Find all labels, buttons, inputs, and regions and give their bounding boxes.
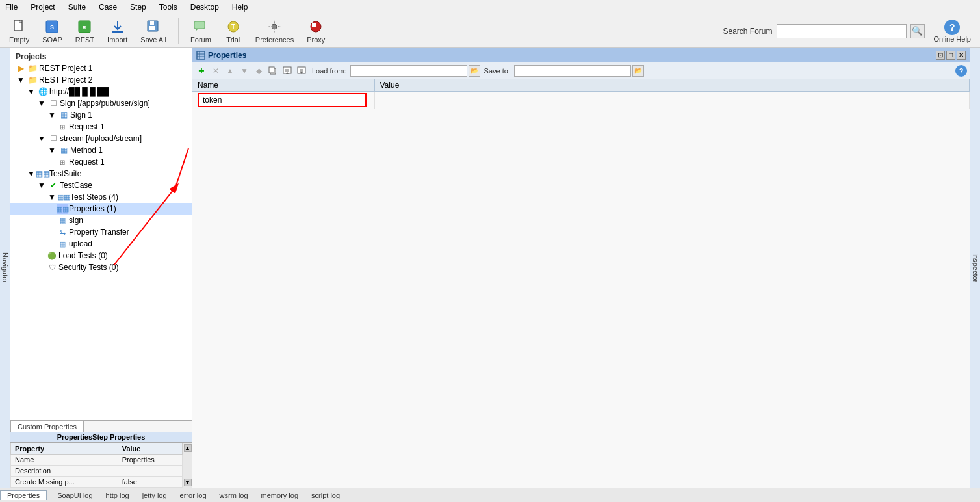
sign-step-icon: ▦: [57, 215, 68, 226]
menu-tools[interactable]: Tools: [157, 1, 180, 13]
custom-props-title: PropertiesStep Properties: [10, 432, 192, 443]
upload-icon: ▦: [57, 239, 68, 249]
search-forum-button[interactable]: 🔍: [910, 24, 925, 38]
props-row-desc: Description: [11, 466, 183, 477]
proxy-icon: [308, 19, 324, 34]
import-button[interactable]: [295, 64, 308, 77]
empty-button[interactable]: Empty: [5, 16, 33, 46]
log-tab-wsrm[interactable]: wsrm log: [217, 490, 251, 501]
tree-item-rest2[interactable]: ▼ 📁 REST Project 2: [10, 74, 192, 86]
interface-icon: 🌐: [38, 86, 48, 97]
trial-button[interactable]: T Trial: [220, 16, 246, 46]
tree-label-testcase: TestCase: [60, 181, 92, 190]
tree-item-property-transfer[interactable]: ⇆ Property Transfer: [10, 226, 192, 238]
menu-desktop[interactable]: Desktop: [188, 1, 222, 13]
window-restore-btn[interactable]: ⊡: [936, 51, 945, 60]
import-button[interactable]: Import: [103, 16, 131, 46]
log-tab-memory[interactable]: memory log: [259, 490, 301, 501]
save-to-browse[interactable]: 📂: [632, 65, 644, 77]
search-forum-area: Search Forum 🔍: [723, 24, 924, 38]
request-icon-1b: ⊞: [57, 157, 68, 167]
export-button[interactable]: [281, 64, 294, 77]
properties-bottom-tab[interactable]: Properties: [0, 490, 47, 500]
clear-button[interactable]: ◆: [252, 64, 265, 77]
properties-help-button[interactable]: ?: [955, 65, 967, 77]
token-value-cell[interactable]: [374, 92, 970, 109]
load-from-input[interactable]: [350, 65, 467, 77]
tree-item-securitytests[interactable]: 🛡 Security Tests (0): [10, 261, 192, 273]
soap-button[interactable]: S SOAP: [38, 16, 66, 46]
prop-create-cell: Create Missing p...: [11, 477, 118, 488]
menu-project[interactable]: Project: [28, 1, 57, 13]
save-all-button[interactable]: Save All: [136, 16, 170, 46]
prop-create-value[interactable]: false: [118, 477, 182, 488]
online-help-button[interactable]: ? Online Help: [930, 16, 975, 46]
tree-item-upload[interactable]: ▦ upload: [10, 238, 192, 250]
tree-item-request1b[interactable]: ⊞ Request 1: [10, 156, 192, 168]
delete-property-button[interactable]: ✕: [209, 64, 222, 77]
svg-text:R: R: [83, 25, 87, 31]
tree-item-sign-api[interactable]: ▼ ☐ Sign [/apps/pub/user/sign]: [10, 98, 192, 109]
prop-value-cell[interactable]: Properties: [118, 455, 182, 466]
soap-icon: S: [44, 19, 60, 34]
token-name-cell[interactable]: [192, 92, 374, 109]
left-panel: Projects ▶ 📁 REST Project 1 ▼ 📁 REST Pro…: [10, 48, 192, 488]
rest-button[interactable]: R REST: [71, 16, 98, 46]
navigator-tab[interactable]: Navigator: [0, 48, 10, 488]
window-close-btn[interactable]: ✕: [957, 51, 966, 60]
right-panel: Properties ⊡ □ ✕ + ✕ ▲ ▼ ◆ Load fr: [192, 48, 970, 488]
log-tab-script[interactable]: script log: [309, 490, 342, 501]
add-property-button[interactable]: +: [195, 64, 208, 77]
collapse-icon-stream: ▼: [36, 133, 47, 144]
menu-suite[interactable]: Suite: [66, 1, 88, 13]
tree-label-teststeps: Test Steps (4): [70, 192, 118, 202]
load-from-browse[interactable]: 📂: [469, 65, 480, 77]
preferences-button[interactable]: Preferences: [251, 16, 298, 46]
svg-rect-5: [112, 31, 123, 33]
tree-item-sign2[interactable]: ▦ sign: [10, 215, 192, 226]
custom-props-tab-item[interactable]: Custom Properties: [10, 421, 84, 432]
scrollbar-right[interactable]: ▲ ▼: [183, 443, 192, 488]
tree-label-sign-api: Sign [/apps/pub/user/sign]: [60, 99, 150, 108]
proxy-button[interactable]: Proxy: [303, 16, 329, 46]
import-icon: [110, 19, 125, 34]
tree-item-testcase[interactable]: ▼ ✔ TestCase: [10, 179, 192, 191]
move-up-button[interactable]: ▲: [224, 64, 237, 77]
log-tab-error[interactable]: error log: [177, 490, 209, 501]
col-value: Value: [374, 79, 970, 92]
tree-item-method1[interactable]: ▼ ▦ Method 1: [10, 144, 192, 156]
tree-item-rest1[interactable]: ▶ 📁 REST Project 1: [10, 62, 192, 74]
menu-step[interactable]: Step: [127, 1, 149, 13]
window-maximize-btn[interactable]: □: [946, 51, 955, 60]
log-tab-http[interactable]: http log: [103, 490, 132, 501]
log-tab-soapui[interactable]: SoapUI log: [55, 490, 95, 501]
copy-button[interactable]: [266, 64, 279, 77]
search-forum-input[interactable]: [777, 24, 907, 38]
tree-item-sign1[interactable]: ▼ ▦ Sign 1: [10, 109, 192, 121]
tree-item-loadtests[interactable]: 🟢 Load Tests (0): [10, 250, 192, 261]
tree-item-teststeps[interactable]: ▼ ▦▦ Test Steps (4): [10, 191, 192, 203]
svg-rect-14: [312, 23, 316, 27]
prop-desc-value[interactable]: [118, 466, 182, 477]
tree-item-http[interactable]: ▼ 🌐 http://██ █ █ ██: [10, 86, 192, 98]
token-name-input[interactable]: [198, 93, 367, 107]
folder-icon: 📁: [27, 63, 38, 73]
inspector-tab[interactable]: Inspector: [970, 48, 980, 488]
folder-icon-rest2: 📁: [27, 75, 38, 85]
forum-button[interactable]: Forum: [187, 16, 215, 46]
menu-help[interactable]: Help: [229, 1, 251, 13]
tree-item-request1a[interactable]: ⊞ Request 1: [10, 121, 192, 133]
move-down-button[interactable]: ▼: [238, 64, 251, 77]
log-tab-jetty[interactable]: jetty log: [140, 490, 170, 501]
tree-item-testsuite[interactable]: ▼ ▦▦ TestSuite: [10, 168, 192, 179]
menu-case[interactable]: Case: [96, 1, 120, 13]
menu-file[interactable]: File: [3, 1, 20, 13]
save-to-input[interactable]: [514, 65, 631, 77]
scroll-up[interactable]: ▲: [184, 444, 192, 452]
tree-item-properties1[interactable]: ▦▦ Properties (1): [10, 203, 192, 215]
tree-label-sign2: sign: [69, 216, 83, 225]
col-name: Name: [192, 79, 374, 92]
tree-label-request1a: Request 1: [69, 122, 105, 131]
tree-item-stream[interactable]: ▼ ☐ stream [/upload/stream]: [10, 133, 192, 144]
scroll-down[interactable]: ▼: [184, 479, 192, 486]
